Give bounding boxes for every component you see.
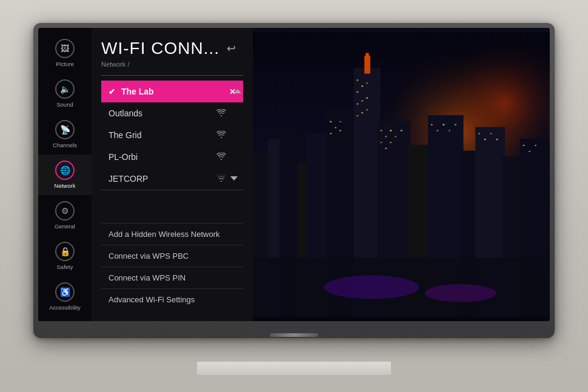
- svg-rect-37: [381, 130, 383, 131]
- svg-rect-52: [490, 133, 492, 134]
- svg-point-14: [366, 53, 370, 56]
- svg-rect-25: [339, 121, 341, 122]
- network-name-the-lab: The Lab: [121, 87, 154, 96]
- accessibility-icon: ♿: [55, 282, 75, 302]
- safety-icon: 🔒: [55, 242, 75, 261]
- sidebar-item-safety[interactable]: 🔒 Safety: [38, 236, 92, 276]
- network-name-pl-orbi: PL-Orbi: [109, 152, 138, 162]
- svg-rect-27: [357, 79, 359, 81]
- svg-rect-31: [357, 104, 359, 105]
- svg-point-58: [324, 275, 419, 299]
- city-background: [253, 28, 550, 321]
- svg-rect-33: [366, 98, 368, 99]
- svg-rect-23: [335, 127, 337, 128]
- wifi-icon-the-grid: [216, 131, 226, 140]
- sidebar-label-safety: Safety: [57, 264, 73, 270]
- network-icon: 🌐: [55, 161, 75, 180]
- svg-rect-35: [362, 112, 364, 113]
- svg-rect-39: [390, 130, 392, 131]
- advanced-wifi-settings-button[interactable]: Advanced Wi-Fi Settings: [101, 288, 243, 310]
- tv-bottom-bar: [270, 333, 318, 337]
- page-title-text: WI-FI CONN...: [101, 39, 219, 58]
- svg-rect-51: [484, 139, 486, 140]
- sidebar-label-channels: Channels: [53, 142, 77, 148]
- svg-rect-22: [330, 121, 332, 122]
- network-name-outlands: Outlands: [109, 108, 142, 118]
- svg-rect-34: [357, 115, 359, 116]
- sidebar-item-sound[interactable]: 🔈 Sound: [38, 73, 92, 114]
- svg-rect-48: [449, 130, 451, 131]
- back-button[interactable]: ↩: [227, 42, 236, 55]
- sidebar-label-accessibility: Accessibility: [49, 304, 81, 311]
- sidebar-item-network[interactable]: 🌐 Network: [38, 154, 92, 195]
- svg-rect-49: [455, 124, 456, 125]
- network-item-pl-orbi[interactable]: PL-Orbi: [101, 146, 243, 168]
- network-item-the-lab[interactable]: ✔ The Lab ✕: [101, 81, 243, 102]
- connect-wps-pin-button[interactable]: Connect via WPS PIN: [101, 267, 243, 288]
- sidebar-item-accessibility[interactable]: ♿ Accessibility: [38, 276, 92, 317]
- page-title-row: WI-FI CONN... ↩: [101, 39, 243, 58]
- breadcrumb: Network /: [101, 61, 243, 68]
- wifi-icon-jetcorp: [216, 174, 226, 184]
- network-item-outlands[interactable]: Outlands: [101, 102, 243, 124]
- svg-rect-13: [365, 56, 371, 73]
- add-hidden-network-button[interactable]: Add a Hidden Wireless Network: [101, 223, 243, 245]
- tv-stand: [197, 362, 391, 375]
- wifi-icon-outlands: [216, 109, 226, 118]
- sidebar-item-channels[interactable]: 📡 Channels: [38, 114, 92, 154]
- tv-frame: 🖼 Picture 🔈 Sound 📡 Channels 🌐 Network: [33, 23, 555, 338]
- sidebar: 🖼 Picture 🔈 Sound 📡 Channels 🌐 Network: [38, 28, 92, 321]
- svg-rect-24: [330, 133, 332, 134]
- sidebar-label-sound: Sound: [56, 101, 73, 108]
- connect-wps-pbc-button[interactable]: Connect via WPS PBC: [101, 245, 243, 267]
- svg-rect-32: [362, 101, 364, 102]
- svg-rect-40: [381, 142, 383, 143]
- svg-rect-29: [357, 91, 359, 93]
- svg-point-59: [425, 284, 496, 302]
- sidebar-item-general[interactable]: ⚙ General: [38, 195, 92, 236]
- network-name-jetcorp: JETCORP: [109, 174, 148, 184]
- svg-rect-55: [529, 151, 531, 152]
- room-background: 🖼 Picture 🔈 Sound 📡 Channels 🌐 Network: [0, 0, 588, 392]
- svg-rect-43: [395, 136, 396, 137]
- network-name-the-grid: The Grid: [109, 130, 141, 140]
- svg-rect-50: [479, 133, 481, 134]
- svg-rect-28: [362, 85, 364, 87]
- svg-rect-46: [437, 130, 439, 131]
- svg-marker-1: [230, 176, 238, 181]
- check-icon: ✔: [109, 87, 115, 96]
- svg-rect-54: [523, 145, 525, 146]
- svg-rect-45: [431, 124, 433, 125]
- svg-rect-41: [386, 148, 387, 149]
- divider: [101, 75, 243, 76]
- network-item-the-grid[interactable]: The Grid: [101, 124, 243, 146]
- svg-rect-47: [443, 124, 445, 125]
- scroll-up-arrow[interactable]: [233, 81, 242, 102]
- sidebar-item-picture[interactable]: 🖼 Picture: [38, 33, 92, 73]
- channels-icon: 📡: [55, 120, 75, 139]
- network-list: ✔ The Lab ✕ Outlands: [101, 81, 243, 221]
- left-panel: 🖼 Picture 🔈 Sound 📡 Channels 🌐 Network: [38, 28, 253, 321]
- wifi-icon-pl-orbi: [216, 153, 226, 162]
- svg-rect-36: [366, 109, 368, 110]
- sidebar-label-picture: Picture: [56, 61, 74, 67]
- svg-rect-53: [496, 139, 498, 140]
- sidebar-label-general: General: [55, 223, 75, 230]
- tv-screen: 🖼 Picture 🔈 Sound 📡 Channels 🌐 Network: [38, 28, 550, 321]
- sidebar-label-network: Network: [55, 182, 76, 189]
- main-content: WI-FI CONN... ↩ Network / ✔ The Lab ✕: [92, 28, 253, 321]
- general-icon: ⚙: [55, 201, 75, 221]
- svg-marker-0: [234, 89, 241, 93]
- bottom-menu: Add a Hidden Wireless Network Connect vi…: [101, 223, 243, 310]
- scroll-down-arrow[interactable]: [230, 174, 238, 184]
- svg-rect-56: [535, 145, 537, 146]
- sound-icon: 🔈: [55, 79, 75, 99]
- network-item-jetcorp[interactable]: JETCORP: [101, 168, 243, 190]
- svg-rect-42: [390, 142, 392, 143]
- picture-icon: 🖼: [55, 39, 75, 58]
- svg-rect-44: [401, 130, 403, 131]
- svg-rect-30: [366, 82, 368, 84]
- svg-rect-38: [386, 136, 387, 137]
- svg-rect-26: [339, 130, 341, 131]
